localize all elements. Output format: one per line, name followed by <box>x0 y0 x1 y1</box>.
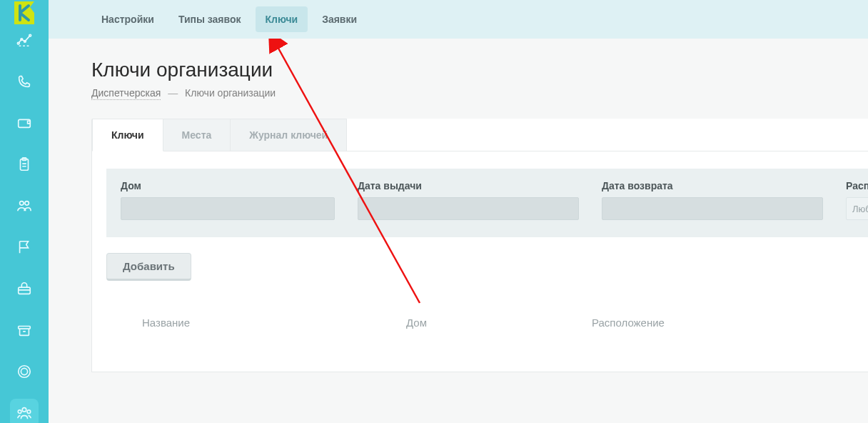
filter-issue-date-input[interactable] <box>358 197 579 220</box>
th-location: Расположение <box>592 317 665 329</box>
topnav-keys[interactable]: Ключи <box>256 6 308 32</box>
svg-point-13 <box>22 408 26 412</box>
table-header: Название Дом Расположение <box>106 317 868 329</box>
breadcrumb-current: Ключи организации <box>185 87 276 99</box>
th-name: Название <box>106 317 406 329</box>
svg-point-0 <box>17 42 19 44</box>
tabs: Ключи Места Журнал ключей <box>92 119 868 151</box>
svg-point-14 <box>18 410 21 414</box>
sidebar-item-wallet[interactable] <box>10 109 39 137</box>
sidebar-item-group[interactable] <box>10 399 39 423</box>
svg-point-7 <box>20 201 24 206</box>
tab-keys[interactable]: Ключи <box>92 119 163 151</box>
page-body: Ключи организации Диспетчерская — Ключи … <box>49 39 868 372</box>
filter-location-label: Распол <box>846 180 868 191</box>
topnav-settings[interactable]: Настройки <box>91 6 164 32</box>
sidebar-item-clipboard[interactable] <box>10 150 39 179</box>
sidebar-item-flag[interactable] <box>10 233 39 262</box>
archive-icon <box>16 322 32 338</box>
clipboard-icon <box>16 156 32 172</box>
wallet-icon <box>16 115 32 131</box>
content-card: Ключи Места Журнал ключей Дом Дата выдач… <box>91 119 868 372</box>
breadcrumb: Диспетчерская — Ключи организации <box>91 87 868 99</box>
tab-places[interactable]: Места <box>163 119 231 151</box>
tab-key-journal[interactable]: Журнал ключей <box>231 119 347 151</box>
stats-icon <box>16 32 32 48</box>
svg-point-11 <box>19 366 31 378</box>
breadcrumb-sep: — <box>168 87 178 99</box>
top-nav: Настройки Типы заявок Ключи Заявки <box>49 0 868 39</box>
sidebar <box>0 0 49 423</box>
filter-house-input[interactable] <box>121 197 335 220</box>
main: Настройки Типы заявок Ключи Заявки Ключи… <box>49 0 868 423</box>
svg-point-3 <box>29 34 31 36</box>
filter-house-label: Дом <box>121 180 335 191</box>
toolbox-icon <box>16 281 32 297</box>
add-button[interactable]: Добавить <box>106 253 191 281</box>
flag-icon <box>16 239 32 255</box>
filter-return-date-label: Дата возврата <box>602 180 823 191</box>
breadcrumb-link-dispatch[interactable]: Диспетчерская <box>91 87 161 100</box>
page-title: Ключи организации <box>91 59 868 81</box>
filter-return-date-input[interactable] <box>602 197 823 220</box>
sidebar-item-archive[interactable] <box>10 316 39 344</box>
group-icon <box>16 405 32 421</box>
filter-location-select[interactable]: Любое <box>846 197 868 220</box>
svg-rect-9 <box>19 287 31 294</box>
phone-icon <box>16 74 32 89</box>
svg-point-15 <box>27 410 31 414</box>
people-icon <box>16 198 32 214</box>
filter-bar: Дом Дата выдачи Дата возврата Распол Люб… <box>106 169 868 237</box>
svg-rect-10 <box>19 327 31 329</box>
logo[interactable] <box>0 0 49 26</box>
sidebar-item-stats[interactable] <box>10 26 39 54</box>
topnav-requests[interactable]: Заявки <box>312 6 367 32</box>
sidebar-item-toolbox[interactable] <box>10 274 39 303</box>
coin-icon <box>16 364 32 379</box>
topnav-request-types[interactable]: Типы заявок <box>168 6 251 32</box>
svg-point-12 <box>21 368 27 374</box>
sidebar-item-phone[interactable] <box>10 67 39 96</box>
sidebar-item-coin[interactable] <box>10 357 39 386</box>
logo-k-icon <box>11 0 37 26</box>
sidebar-item-people[interactable] <box>10 191 39 220</box>
svg-point-8 <box>25 201 29 206</box>
filter-issue-date-label: Дата выдачи <box>358 180 579 191</box>
th-house: Дом <box>406 317 592 329</box>
